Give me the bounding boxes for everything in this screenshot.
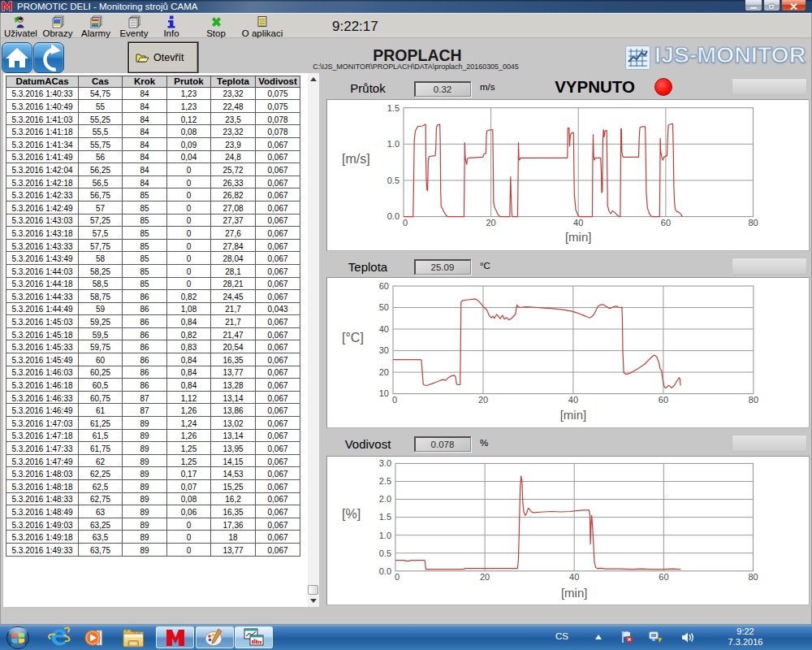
svg-text:10: 10 (379, 388, 389, 398)
svg-text:0.5: 0.5 (379, 548, 391, 558)
svg-text:2.5: 2.5 (379, 476, 391, 486)
svg-text:2.0: 2.0 (379, 494, 391, 504)
svg-text:40: 40 (379, 324, 389, 334)
svg-text:[m/s]: [m/s] (342, 152, 370, 166)
svg-text:40: 40 (569, 572, 579, 582)
svg-text:60: 60 (379, 281, 389, 291)
svg-text:40: 40 (573, 218, 583, 228)
svg-text:60: 60 (659, 572, 668, 582)
svg-text:60: 60 (659, 395, 668, 405)
svg-text:40: 40 (568, 395, 578, 405)
svg-text:1.0: 1.0 (379, 531, 391, 540)
svg-text:0: 0 (395, 572, 400, 582)
svg-text:0: 0 (403, 218, 408, 228)
svg-text:80: 80 (748, 218, 758, 228)
svg-text:1.5: 1.5 (387, 103, 400, 113)
svg-text:20: 20 (478, 395, 488, 405)
svg-text:1.0: 1.0 (387, 139, 400, 149)
svg-text:50: 50 (379, 302, 389, 312)
svg-text:[%]: [%] (342, 507, 361, 521)
svg-text:60: 60 (661, 218, 671, 228)
svg-text:3.0: 3.0 (379, 458, 391, 468)
svg-text:20: 20 (379, 367, 389, 377)
svg-text:20: 20 (480, 572, 490, 582)
svg-text:0.0: 0.0 (387, 211, 400, 221)
svg-text:[min]: [min] (561, 586, 588, 600)
svg-text:0.5: 0.5 (387, 176, 400, 185)
svg-text:[min]: [min] (565, 230, 592, 244)
svg-text:0: 0 (392, 395, 397, 405)
svg-text:80: 80 (748, 572, 758, 582)
svg-text:20: 20 (486, 218, 495, 228)
svg-text:[°C]: [°C] (342, 331, 364, 344)
svg-text:80: 80 (749, 395, 758, 405)
svg-text:30: 30 (379, 345, 389, 355)
svg-text:[min]: [min] (560, 408, 587, 422)
svg-text:1.5: 1.5 (379, 512, 391, 522)
svg-text:0.0: 0.0 (379, 566, 391, 576)
